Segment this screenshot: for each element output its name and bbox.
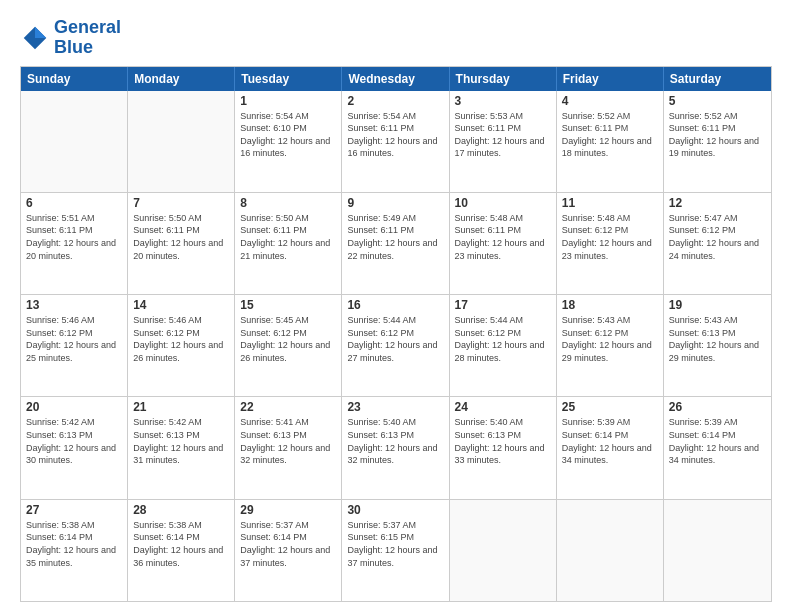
cal-cell: 8Sunrise: 5:50 AMSunset: 6:11 PMDaylight… — [235, 193, 342, 294]
day-number: 17 — [455, 298, 551, 312]
day-number: 24 — [455, 400, 551, 414]
day-info: Sunrise: 5:37 AMSunset: 6:14 PMDaylight:… — [240, 519, 336, 569]
day-info: Sunrise: 5:49 AMSunset: 6:11 PMDaylight:… — [347, 212, 443, 262]
cal-cell: 21Sunrise: 5:42 AMSunset: 6:13 PMDayligh… — [128, 397, 235, 498]
day-info: Sunrise: 5:50 AMSunset: 6:11 PMDaylight:… — [133, 212, 229, 262]
cal-cell: 13Sunrise: 5:46 AMSunset: 6:12 PMDayligh… — [21, 295, 128, 396]
day-number: 6 — [26, 196, 122, 210]
cal-cell: 20Sunrise: 5:42 AMSunset: 6:13 PMDayligh… — [21, 397, 128, 498]
calendar: SundayMondayTuesdayWednesdayThursdayFrid… — [20, 66, 772, 602]
cal-cell: 9Sunrise: 5:49 AMSunset: 6:11 PMDaylight… — [342, 193, 449, 294]
day-info: Sunrise: 5:45 AMSunset: 6:12 PMDaylight:… — [240, 314, 336, 364]
day-number: 10 — [455, 196, 551, 210]
day-number: 21 — [133, 400, 229, 414]
cal-cell: 5Sunrise: 5:52 AMSunset: 6:11 PMDaylight… — [664, 91, 771, 192]
cal-cell: 17Sunrise: 5:44 AMSunset: 6:12 PMDayligh… — [450, 295, 557, 396]
day-of-week-wednesday: Wednesday — [342, 67, 449, 91]
logo: GeneralBlue — [20, 18, 121, 58]
week-row-2: 13Sunrise: 5:46 AMSunset: 6:12 PMDayligh… — [21, 294, 771, 396]
week-row-3: 20Sunrise: 5:42 AMSunset: 6:13 PMDayligh… — [21, 396, 771, 498]
day-number: 2 — [347, 94, 443, 108]
day-number: 13 — [26, 298, 122, 312]
day-of-week-sunday: Sunday — [21, 67, 128, 91]
cal-cell: 12Sunrise: 5:47 AMSunset: 6:12 PMDayligh… — [664, 193, 771, 294]
day-number: 5 — [669, 94, 766, 108]
cal-cell: 18Sunrise: 5:43 AMSunset: 6:12 PMDayligh… — [557, 295, 664, 396]
cal-cell: 27Sunrise: 5:38 AMSunset: 6:14 PMDayligh… — [21, 500, 128, 601]
page: GeneralBlue SundayMondayTuesdayWednesday… — [0, 0, 792, 612]
svg-marker-1 — [35, 27, 46, 38]
day-number: 7 — [133, 196, 229, 210]
cal-cell: 14Sunrise: 5:46 AMSunset: 6:12 PMDayligh… — [128, 295, 235, 396]
cal-cell: 10Sunrise: 5:48 AMSunset: 6:11 PMDayligh… — [450, 193, 557, 294]
day-number: 12 — [669, 196, 766, 210]
day-number: 1 — [240, 94, 336, 108]
day-number: 16 — [347, 298, 443, 312]
cal-cell: 7Sunrise: 5:50 AMSunset: 6:11 PMDaylight… — [128, 193, 235, 294]
day-info: Sunrise: 5:44 AMSunset: 6:12 PMDaylight:… — [455, 314, 551, 364]
day-info: Sunrise: 5:52 AMSunset: 6:11 PMDaylight:… — [669, 110, 766, 160]
day-number: 15 — [240, 298, 336, 312]
day-number: 20 — [26, 400, 122, 414]
header: GeneralBlue — [20, 18, 772, 58]
day-info: Sunrise: 5:40 AMSunset: 6:13 PMDaylight:… — [347, 416, 443, 466]
week-row-1: 6Sunrise: 5:51 AMSunset: 6:11 PMDaylight… — [21, 192, 771, 294]
day-number: 18 — [562, 298, 658, 312]
day-of-week-friday: Friday — [557, 67, 664, 91]
logo-icon — [20, 23, 50, 53]
day-number: 11 — [562, 196, 658, 210]
day-info: Sunrise: 5:54 AMSunset: 6:11 PMDaylight:… — [347, 110, 443, 160]
day-number: 29 — [240, 503, 336, 517]
day-number: 28 — [133, 503, 229, 517]
day-info: Sunrise: 5:42 AMSunset: 6:13 PMDaylight:… — [26, 416, 122, 466]
day-info: Sunrise: 5:51 AMSunset: 6:11 PMDaylight:… — [26, 212, 122, 262]
calendar-body: 1Sunrise: 5:54 AMSunset: 6:10 PMDaylight… — [21, 91, 771, 601]
day-info: Sunrise: 5:54 AMSunset: 6:10 PMDaylight:… — [240, 110, 336, 160]
day-number: 23 — [347, 400, 443, 414]
day-number: 14 — [133, 298, 229, 312]
cal-cell: 24Sunrise: 5:40 AMSunset: 6:13 PMDayligh… — [450, 397, 557, 498]
day-info: Sunrise: 5:38 AMSunset: 6:14 PMDaylight:… — [26, 519, 122, 569]
calendar-header: SundayMondayTuesdayWednesdayThursdayFrid… — [21, 67, 771, 91]
cal-cell: 28Sunrise: 5:38 AMSunset: 6:14 PMDayligh… — [128, 500, 235, 601]
week-row-0: 1Sunrise: 5:54 AMSunset: 6:10 PMDaylight… — [21, 91, 771, 192]
day-info: Sunrise: 5:43 AMSunset: 6:12 PMDaylight:… — [562, 314, 658, 364]
cal-cell: 29Sunrise: 5:37 AMSunset: 6:14 PMDayligh… — [235, 500, 342, 601]
cal-cell: 30Sunrise: 5:37 AMSunset: 6:15 PMDayligh… — [342, 500, 449, 601]
day-info: Sunrise: 5:39 AMSunset: 6:14 PMDaylight:… — [562, 416, 658, 466]
day-of-week-monday: Monday — [128, 67, 235, 91]
day-of-week-tuesday: Tuesday — [235, 67, 342, 91]
day-info: Sunrise: 5:46 AMSunset: 6:12 PMDaylight:… — [26, 314, 122, 364]
cal-cell: 22Sunrise: 5:41 AMSunset: 6:13 PMDayligh… — [235, 397, 342, 498]
cal-cell: 25Sunrise: 5:39 AMSunset: 6:14 PMDayligh… — [557, 397, 664, 498]
day-number: 4 — [562, 94, 658, 108]
day-number: 26 — [669, 400, 766, 414]
week-row-4: 27Sunrise: 5:38 AMSunset: 6:14 PMDayligh… — [21, 499, 771, 601]
cal-cell: 4Sunrise: 5:52 AMSunset: 6:11 PMDaylight… — [557, 91, 664, 192]
day-number: 8 — [240, 196, 336, 210]
day-info: Sunrise: 5:50 AMSunset: 6:11 PMDaylight:… — [240, 212, 336, 262]
day-number: 3 — [455, 94, 551, 108]
cal-cell — [664, 500, 771, 601]
day-info: Sunrise: 5:42 AMSunset: 6:13 PMDaylight:… — [133, 416, 229, 466]
cal-cell: 19Sunrise: 5:43 AMSunset: 6:13 PMDayligh… — [664, 295, 771, 396]
day-number: 27 — [26, 503, 122, 517]
day-info: Sunrise: 5:37 AMSunset: 6:15 PMDaylight:… — [347, 519, 443, 569]
cal-cell: 26Sunrise: 5:39 AMSunset: 6:14 PMDayligh… — [664, 397, 771, 498]
logo-text: GeneralBlue — [54, 18, 121, 58]
day-of-week-saturday: Saturday — [664, 67, 771, 91]
day-info: Sunrise: 5:48 AMSunset: 6:11 PMDaylight:… — [455, 212, 551, 262]
day-number: 19 — [669, 298, 766, 312]
day-info: Sunrise: 5:44 AMSunset: 6:12 PMDaylight:… — [347, 314, 443, 364]
cal-cell — [21, 91, 128, 192]
day-number: 30 — [347, 503, 443, 517]
day-of-week-thursday: Thursday — [450, 67, 557, 91]
day-info: Sunrise: 5:40 AMSunset: 6:13 PMDaylight:… — [455, 416, 551, 466]
day-info: Sunrise: 5:43 AMSunset: 6:13 PMDaylight:… — [669, 314, 766, 364]
cal-cell — [450, 500, 557, 601]
day-number: 22 — [240, 400, 336, 414]
cal-cell: 23Sunrise: 5:40 AMSunset: 6:13 PMDayligh… — [342, 397, 449, 498]
cal-cell — [557, 500, 664, 601]
cal-cell: 6Sunrise: 5:51 AMSunset: 6:11 PMDaylight… — [21, 193, 128, 294]
cal-cell: 15Sunrise: 5:45 AMSunset: 6:12 PMDayligh… — [235, 295, 342, 396]
